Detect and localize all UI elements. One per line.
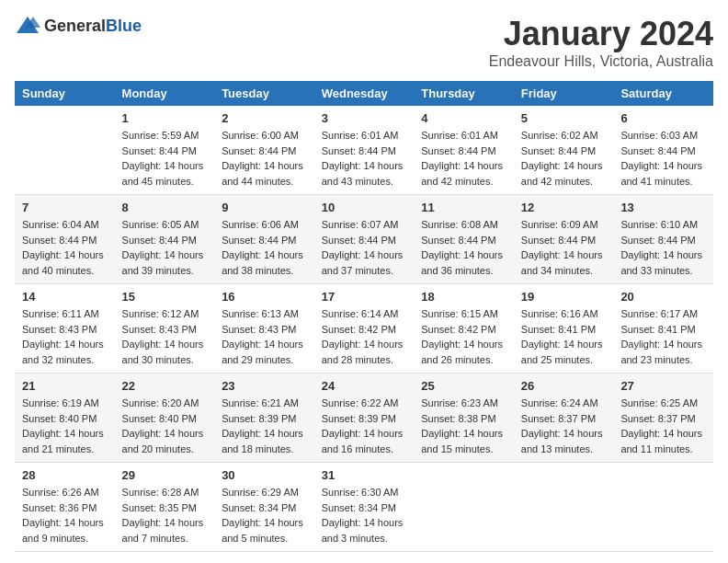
day-number: 19 xyxy=(521,290,607,304)
day-info: Sunrise: 6:00 AM Sunset: 8:44 PM Dayligh… xyxy=(222,128,307,189)
day-info: Sunrise: 6:06 AM Sunset: 8:44 PM Dayligh… xyxy=(222,217,307,278)
calendar-cell: 1Sunrise: 5:59 AM Sunset: 8:44 PM Daylig… xyxy=(115,106,215,195)
calendar-cell: 6Sunrise: 6:03 AM Sunset: 8:44 PM Daylig… xyxy=(613,106,713,195)
title-area: January 2024 Endeavour Hills, Victoria, … xyxy=(489,15,713,70)
calendar-cell: 11Sunrise: 6:08 AM Sunset: 8:44 PM Dayli… xyxy=(414,195,514,284)
week-row-2: 14Sunrise: 6:11 AM Sunset: 8:43 PM Dayli… xyxy=(15,284,713,373)
calendar-cell: 4Sunrise: 6:01 AM Sunset: 8:44 PM Daylig… xyxy=(414,106,514,195)
day-number: 11 xyxy=(421,201,506,214)
calendar-cell: 22Sunrise: 6:20 AM Sunset: 8:40 PM Dayli… xyxy=(115,373,215,463)
logo-icon xyxy=(15,15,40,37)
weekday-header-sunday: Sunday xyxy=(15,81,115,106)
day-number: 27 xyxy=(620,379,706,393)
calendar-cell: 7Sunrise: 6:04 AM Sunset: 8:44 PM Daylig… xyxy=(15,195,115,284)
day-info: Sunrise: 6:29 AM Sunset: 8:34 PM Dayligh… xyxy=(222,485,307,546)
day-info: Sunrise: 6:28 AM Sunset: 8:35 PM Dayligh… xyxy=(122,485,208,546)
day-number: 15 xyxy=(122,290,208,304)
calendar-cell: 29Sunrise: 6:28 AM Sunset: 8:35 PM Dayli… xyxy=(115,463,215,552)
weekday-header-tuesday: Tuesday xyxy=(214,81,314,106)
calendar-cell: 18Sunrise: 6:15 AM Sunset: 8:42 PM Dayli… xyxy=(414,284,514,373)
calendar-cell: 16Sunrise: 6:13 AM Sunset: 8:43 PM Dayli… xyxy=(214,284,314,373)
day-info: Sunrise: 6:26 AM Sunset: 8:36 PM Dayligh… xyxy=(22,485,108,546)
week-row-1: 7Sunrise: 6:04 AM Sunset: 8:44 PM Daylig… xyxy=(15,195,713,284)
day-number: 8 xyxy=(122,201,208,214)
month-title: January 2024 xyxy=(489,15,713,53)
day-info: Sunrise: 5:59 AM Sunset: 8:44 PM Dayligh… xyxy=(122,128,208,189)
day-number: 21 xyxy=(22,379,108,393)
day-info: Sunrise: 6:14 AM Sunset: 8:42 PM Dayligh… xyxy=(322,306,407,367)
day-info: Sunrise: 6:22 AM Sunset: 8:39 PM Dayligh… xyxy=(322,396,407,456)
day-number: 22 xyxy=(122,379,208,393)
day-number: 30 xyxy=(222,468,307,482)
calendar-cell xyxy=(514,463,614,552)
calendar-cell: 17Sunrise: 6:14 AM Sunset: 8:42 PM Dayli… xyxy=(314,284,415,373)
header: GeneralBlue January 2024 Endeavour Hills… xyxy=(15,15,713,70)
calendar-cell: 3Sunrise: 6:01 AM Sunset: 8:44 PM Daylig… xyxy=(314,106,415,195)
weekday-header-monday: Monday xyxy=(115,81,215,106)
day-number: 13 xyxy=(620,201,706,214)
day-info: Sunrise: 6:02 AM Sunset: 8:44 PM Dayligh… xyxy=(521,128,607,189)
day-info: Sunrise: 6:24 AM Sunset: 8:37 PM Dayligh… xyxy=(521,396,607,456)
day-number: 17 xyxy=(322,290,407,304)
week-row-3: 21Sunrise: 6:19 AM Sunset: 8:40 PM Dayli… xyxy=(15,373,713,463)
day-number: 1 xyxy=(122,111,208,125)
day-info: Sunrise: 6:30 AM Sunset: 8:34 PM Dayligh… xyxy=(322,485,407,546)
calendar-cell: 20Sunrise: 6:17 AM Sunset: 8:41 PM Dayli… xyxy=(613,284,713,373)
day-number: 10 xyxy=(322,201,407,214)
day-info: Sunrise: 6:10 AM Sunset: 8:44 PM Dayligh… xyxy=(620,217,706,278)
location-title: Endeavour Hills, Victoria, Australia xyxy=(489,53,713,70)
calendar-cell: 19Sunrise: 6:16 AM Sunset: 8:41 PM Dayli… xyxy=(514,284,614,373)
day-info: Sunrise: 6:01 AM Sunset: 8:44 PM Dayligh… xyxy=(322,128,407,189)
weekday-header-wednesday: Wednesday xyxy=(314,81,415,106)
day-info: Sunrise: 6:16 AM Sunset: 8:41 PM Dayligh… xyxy=(521,306,607,367)
calendar-cell: 2Sunrise: 6:00 AM Sunset: 8:44 PM Daylig… xyxy=(214,106,314,195)
calendar-table: SundayMondayTuesdayWednesdayThursdayFrid… xyxy=(15,81,713,552)
day-number: 20 xyxy=(620,290,706,304)
calendar-cell xyxy=(15,106,115,195)
calendar-cell xyxy=(613,463,713,552)
week-row-4: 28Sunrise: 6:26 AM Sunset: 8:36 PM Dayli… xyxy=(15,463,713,552)
logo-blue-text: Blue xyxy=(106,17,142,35)
day-number: 29 xyxy=(122,468,208,482)
day-info: Sunrise: 6:25 AM Sunset: 8:37 PM Dayligh… xyxy=(620,396,706,456)
calendar-cell xyxy=(414,463,514,552)
day-number: 16 xyxy=(222,290,307,304)
weekday-header-thursday: Thursday xyxy=(414,81,514,106)
day-number: 6 xyxy=(620,111,706,125)
day-number: 3 xyxy=(322,111,407,125)
day-number: 4 xyxy=(421,111,506,125)
calendar-cell: 13Sunrise: 6:10 AM Sunset: 8:44 PM Dayli… xyxy=(613,195,713,284)
day-number: 2 xyxy=(222,111,307,125)
day-info: Sunrise: 6:15 AM Sunset: 8:42 PM Dayligh… xyxy=(421,306,506,367)
weekday-header-friday: Friday xyxy=(514,81,614,106)
logo-general-text: General xyxy=(44,17,106,35)
day-info: Sunrise: 6:20 AM Sunset: 8:40 PM Dayligh… xyxy=(122,396,208,456)
calendar-cell: 12Sunrise: 6:09 AM Sunset: 8:44 PM Dayli… xyxy=(514,195,614,284)
day-info: Sunrise: 6:11 AM Sunset: 8:43 PM Dayligh… xyxy=(22,306,108,367)
day-info: Sunrise: 6:21 AM Sunset: 8:39 PM Dayligh… xyxy=(222,396,307,456)
day-number: 7 xyxy=(22,201,108,214)
day-number: 23 xyxy=(222,379,307,393)
calendar-cell: 25Sunrise: 6:23 AM Sunset: 8:38 PM Dayli… xyxy=(414,373,514,463)
calendar-cell: 30Sunrise: 6:29 AM Sunset: 8:34 PM Dayli… xyxy=(214,463,314,552)
day-info: Sunrise: 6:19 AM Sunset: 8:40 PM Dayligh… xyxy=(22,396,108,456)
calendar-cell: 15Sunrise: 6:12 AM Sunset: 8:43 PM Dayli… xyxy=(115,284,215,373)
logo: GeneralBlue xyxy=(15,15,142,37)
day-info: Sunrise: 6:08 AM Sunset: 8:44 PM Dayligh… xyxy=(421,217,506,278)
calendar-cell: 23Sunrise: 6:21 AM Sunset: 8:39 PM Dayli… xyxy=(214,373,314,463)
week-row-0: 1Sunrise: 5:59 AM Sunset: 8:44 PM Daylig… xyxy=(15,106,713,195)
calendar-cell: 27Sunrise: 6:25 AM Sunset: 8:37 PM Dayli… xyxy=(613,373,713,463)
day-number: 25 xyxy=(421,379,506,393)
day-number: 24 xyxy=(322,379,407,393)
day-info: Sunrise: 6:17 AM Sunset: 8:41 PM Dayligh… xyxy=(620,306,706,367)
weekday-header-saturday: Saturday xyxy=(613,81,713,106)
day-number: 31 xyxy=(322,468,407,482)
calendar-cell: 28Sunrise: 6:26 AM Sunset: 8:36 PM Dayli… xyxy=(15,463,115,552)
weekday-header-row: SundayMondayTuesdayWednesdayThursdayFrid… xyxy=(15,81,713,106)
day-number: 28 xyxy=(22,468,108,482)
calendar-cell: 10Sunrise: 6:07 AM Sunset: 8:44 PM Dayli… xyxy=(314,195,415,284)
day-number: 14 xyxy=(22,290,108,304)
day-number: 26 xyxy=(521,379,607,393)
calendar-cell: 26Sunrise: 6:24 AM Sunset: 8:37 PM Dayli… xyxy=(514,373,614,463)
day-number: 18 xyxy=(421,290,506,304)
